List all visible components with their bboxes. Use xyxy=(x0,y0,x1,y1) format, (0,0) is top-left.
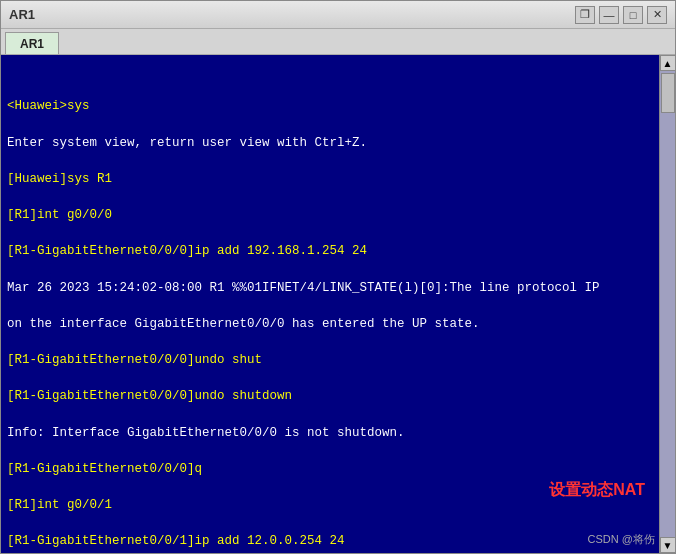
terminal-line: Info: Interface GigabitEthernet0/0/0 is … xyxy=(7,424,655,442)
scrollbar-thumb[interactable] xyxy=(661,73,675,113)
terminal-line: [R1-GigabitEthernet0/0/0]undo shutdown xyxy=(7,387,655,405)
terminal-line: [R1-GigabitEthernet0/0/0]q xyxy=(7,460,655,478)
maximize-button[interactable]: □ xyxy=(623,6,643,24)
terminal-line: on the interface GigabitEthernet0/0/0 ha… xyxy=(7,315,655,333)
scrollbar-track[interactable] xyxy=(660,71,675,537)
terminal-line: [R1-GigabitEthernet0/0/1]ip add 12.0.0.2… xyxy=(7,532,655,550)
terminal-line: [Huawei]sys R1 xyxy=(7,170,655,188)
terminal-line: [R1]int g0/0/0 xyxy=(7,206,655,224)
tab-ar1[interactable]: AR1 xyxy=(5,32,59,54)
terminal-output[interactable]: <Huawei>sys Enter system view, return us… xyxy=(1,55,659,553)
tab-bar: AR1 xyxy=(1,29,675,55)
terminal-container: <Huawei>sys Enter system view, return us… xyxy=(1,55,675,553)
window-controls: ❐ — □ ✕ xyxy=(575,6,667,24)
window-title: AR1 xyxy=(9,7,575,22)
terminal-line: Mar 26 2023 15:24:02-08:00 R1 %%01IFNET/… xyxy=(7,279,655,297)
scroll-down-button[interactable]: ▼ xyxy=(660,537,676,553)
scrollbar[interactable]: ▲ ▼ xyxy=(659,55,675,553)
main-window: AR1 ❐ — □ ✕ AR1 <Huawei>sys Enter system… xyxy=(0,0,676,554)
title-bar: AR1 ❐ — □ ✕ xyxy=(1,1,675,29)
restore-button[interactable]: ❐ xyxy=(575,6,595,24)
minimize-button[interactable]: — xyxy=(599,6,619,24)
close-button[interactable]: ✕ xyxy=(647,6,667,24)
terminal-line: <Huawei>sys xyxy=(7,97,655,115)
terminal-line: Enter system view, return user view with… xyxy=(7,134,655,152)
terminal-line: [R1-GigabitEthernet0/0/0]ip add 192.168.… xyxy=(7,242,655,260)
terminal-line: [R1]int g0/0/1 xyxy=(7,496,655,514)
scroll-up-button[interactable]: ▲ xyxy=(660,55,676,71)
terminal-line: [R1-GigabitEthernet0/0/0]undo shut xyxy=(7,351,655,369)
